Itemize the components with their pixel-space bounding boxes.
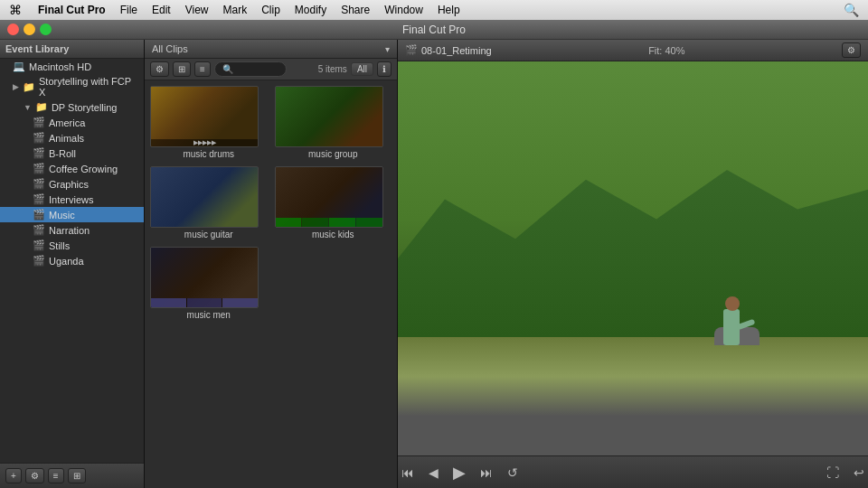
- main-area: Event Library 💻 Macintosh HD ▶ 📁 Storyte…: [0, 40, 868, 488]
- folder-icon: 📁: [35, 101, 48, 113]
- clips-search-input[interactable]: [214, 61, 287, 77]
- clip-label: music drums: [150, 149, 268, 159]
- sidebar-item-label: Stills: [49, 240, 70, 251]
- clips-browser-content: ▶▶▶▶▶ music drums music group music guit…: [145, 80, 397, 488]
- sidebar-item-label: Music: [49, 210, 75, 221]
- clips-settings-button[interactable]: ⚙: [150, 61, 169, 77]
- clip-icon: 🎬: [33, 132, 45, 144]
- clip-item-music-kids[interactable]: music kids: [275, 166, 392, 239]
- clip-icon: 🎬: [33, 178, 45, 190]
- clip-item-music-guitar[interactable]: music guitar: [150, 166, 268, 239]
- play-reverse-button[interactable]: ◀: [425, 462, 442, 483]
- sidebar-item-storytelling[interactable]: ▶ 📁 Storytelling with FCP X: [0, 74, 144, 99]
- viewer-hills: [398, 140, 868, 337]
- viewer-clip-name: 🎬 08-01_Retiming: [405, 44, 492, 56]
- viewer-settings-button[interactable]: ⚙: [842, 42, 861, 58]
- sidebar-item-animals[interactable]: 🎬 Animals: [0, 130, 144, 145]
- menu-view[interactable]: View: [178, 0, 216, 20]
- menu-file[interactable]: File: [113, 0, 145, 20]
- chevron-down-icon: ▶: [13, 82, 19, 91]
- viewer-figure: [714, 282, 750, 345]
- sidebar-item-label: DP Storytelling: [52, 102, 118, 113]
- viewer-fit-label: Fit: 40%: [648, 45, 684, 56]
- folder-icon: 📁: [23, 81, 35, 93]
- drive-icon: 💻: [13, 61, 25, 72]
- minimize-button[interactable]: [24, 23, 35, 35]
- viewer-panel: 🎬 08-01_Retiming Fit: 40% ⚙ ⏮ ◀: [398, 40, 868, 488]
- sidebar-item-dp-storytelling[interactable]: ▼ 📁 DP Storytelling: [0, 99, 144, 115]
- list-view-button[interactable]: ≡: [48, 468, 64, 483]
- loop-button[interactable]: ↺: [504, 462, 522, 483]
- sidebar-item-label: Interviews: [49, 194, 94, 205]
- clips-list-button[interactable]: ≡: [194, 61, 211, 77]
- sidebar-item-label: Storytelling with FCP X: [39, 76, 138, 98]
- menu-share[interactable]: Share: [334, 0, 377, 20]
- close-button[interactable]: [7, 23, 19, 35]
- menu-mark[interactable]: Mark: [216, 0, 255, 20]
- fullscreen-button[interactable]: [40, 23, 52, 35]
- sidebar-item-coffee-growing[interactable]: 🎬 Coffee Growing: [0, 161, 144, 176]
- sidebar-item-graphics[interactable]: 🎬 Graphics: [0, 176, 144, 192]
- sidebar-item-label: Narration: [49, 225, 90, 236]
- add-event-button[interactable]: +: [5, 468, 22, 483]
- viewer-header: 🎬 08-01_Retiming Fit: 40% ⚙: [398, 40, 868, 61]
- sidebar-item-label: B-Roll: [49, 148, 76, 159]
- clip-icon: 🎬: [33, 224, 45, 236]
- titlebar: Final Cut Pro: [0, 20, 868, 40]
- sidebar-item-label: Coffee Growing: [49, 164, 118, 174]
- sidebar-item-interviews[interactable]: 🎬 Interviews: [0, 192, 144, 207]
- clip-thumbnail: [150, 247, 259, 308]
- menu-edit[interactable]: Edit: [145, 0, 178, 20]
- viewer-more-button[interactable]: ↩: [850, 462, 868, 483]
- figure-head: [725, 296, 740, 311]
- sidebar-item-label: Uganda: [49, 256, 84, 267]
- sidebar-item-label: America: [49, 117, 85, 128]
- menu-help[interactable]: Help: [430, 0, 467, 20]
- sidebar-item-broll[interactable]: 🎬 B-Roll: [0, 145, 144, 161]
- menu-modify[interactable]: Modify: [288, 0, 334, 20]
- sidebar-item-stills[interactable]: 🎬 Stills: [0, 238, 144, 253]
- search-icon[interactable]: 🔍: [835, 3, 868, 17]
- sidebar-item-america[interactable]: 🎬 America: [0, 115, 144, 130]
- clip-item-music-group[interactable]: music group: [275, 86, 392, 159]
- filmstrip-icon: 🎬: [405, 44, 418, 56]
- event-library-content: 💻 Macintosh HD ▶ 📁 Storytelling with FCP…: [0, 59, 144, 463]
- sidebar-item-uganda[interactable]: 🎬 Uganda: [0, 253, 144, 268]
- viewer-screen: [398, 61, 868, 455]
- clips-info-button[interactable]: ℹ: [377, 61, 392, 77]
- clip-icon: 🎬: [33, 193, 45, 205]
- chevron-down-icon: ▼: [24, 103, 32, 112]
- clip-item-music-men[interactable]: music men: [150, 247, 268, 320]
- menu-window[interactable]: Window: [377, 0, 430, 20]
- go-to-end-button[interactable]: ⏭: [476, 462, 496, 483]
- window-title: Final Cut Pro: [402, 23, 466, 36]
- menu-clip[interactable]: Clip: [254, 0, 288, 20]
- clips-browser-toolbar: ⚙ ⊞ ≡ 5 items All ℹ: [145, 59, 397, 80]
- clip-icon: 🎬: [33, 209, 45, 221]
- play-button[interactable]: ▶: [449, 459, 469, 486]
- sidebar-item-music[interactable]: 🎬 Music: [0, 207, 144, 222]
- viewer-controls: ⏮ ◀ ▶ ⏭ ↺ ⛶ ↩: [398, 455, 868, 488]
- all-filter-button[interactable]: All: [351, 62, 373, 76]
- clip-thumbnail: [275, 86, 383, 147]
- clip-item-music-drums[interactable]: ▶▶▶▶▶ music drums: [150, 86, 268, 159]
- clip-thumbnail: [150, 166, 259, 228]
- fullscreen-view-button[interactable]: ⛶: [823, 462, 843, 483]
- go-to-start-button[interactable]: ⏮: [398, 462, 418, 483]
- menubar: ⌘ Final Cut Pro File Edit View Mark Clip…: [0, 0, 868, 20]
- clip-icon: 🎬: [33, 255, 45, 267]
- sidebar-item-macintosh-hd[interactable]: 💻 Macintosh HD: [0, 59, 144, 74]
- sidebar-item-narration[interactable]: 🎬 Narration: [0, 222, 144, 238]
- viewer-scene: [398, 61, 868, 455]
- event-settings-button[interactable]: ⚙: [25, 468, 44, 483]
- clip-thumbnail: [275, 166, 383, 228]
- clip-label: music men: [150, 310, 268, 320]
- clips-view-button[interactable]: ⊞: [173, 61, 191, 77]
- clip-icon: 🎬: [33, 163, 45, 174]
- icon-view-button[interactable]: ⊞: [68, 468, 86, 483]
- menu-fcp[interactable]: Final Cut Pro: [31, 0, 113, 20]
- clip-label: music kids: [275, 230, 392, 239]
- clips-count: 5 items: [318, 64, 347, 74]
- sidebar-item-label: Macintosh HD: [29, 61, 91, 72]
- apple-menu[interactable]: ⌘: [0, 3, 31, 17]
